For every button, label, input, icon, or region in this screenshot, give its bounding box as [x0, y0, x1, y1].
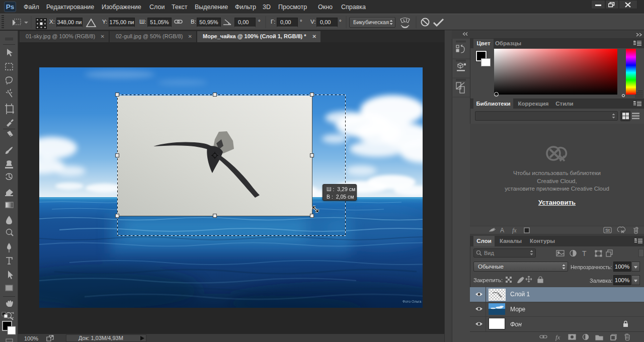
svg-text:St: St	[605, 228, 610, 233]
svg-text:A: A	[500, 227, 504, 234]
svg-text:fx: fx	[512, 227, 517, 234]
svg-text:fx: fx	[555, 333, 560, 341]
svg-text:Фото Ольга Эпова ©: Фото Ольга Эпова ©	[403, 300, 423, 303]
svg-text:T: T	[582, 249, 587, 258]
